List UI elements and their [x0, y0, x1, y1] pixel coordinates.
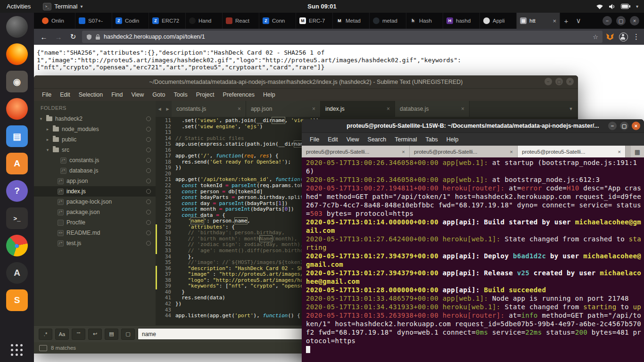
sublime-title-bar[interactable]: ~/Documents/metadata/metadata-api-nodejs…: [34, 75, 578, 89]
dock-icon-sublime-text[interactable]: S: [6, 289, 28, 311]
back-button[interactable]: ←: [38, 33, 50, 41]
wrap-toggle[interactable]: ↩: [88, 329, 102, 340]
terminal-tab[interactable]: proteu5@proteu5-Satelli...×: [410, 146, 518, 158]
browser-tab[interactable]: Appli: [480, 13, 517, 29]
regex-toggle[interactable]: .*: [39, 329, 52, 340]
system-status-area[interactable]: ▾: [596, 4, 638, 9]
tab-close-icon[interactable]: ×: [461, 106, 464, 112]
sidebar-item-procfile[interactable]: Procfile: [34, 217, 156, 228]
browser-tab[interactable]: Hhashd: [443, 13, 480, 29]
dock-icon-chrome[interactable]: ●: [6, 235, 28, 256]
menu-preferences[interactable]: Preferences: [219, 91, 259, 98]
dock-icon-help[interactable]: ?: [6, 180, 28, 202]
sidebar-item-public[interactable]: ▸public: [34, 134, 156, 145]
menu-selection[interactable]: Selection: [74, 91, 107, 98]
browser-tab[interactable]: React: [223, 13, 259, 29]
account-avatar-icon[interactable]: [619, 33, 628, 41]
whole-word-toggle[interactable]: “”: [72, 329, 85, 340]
dock-icon-app-a[interactable]: A: [6, 262, 28, 284]
sidebar-item-readme-md[interactable]: <>README.md: [34, 228, 156, 238]
tab-close-icon[interactable]: ×: [238, 106, 241, 112]
menu-kebab-icon[interactable]: ⋮: [633, 33, 640, 41]
tab-close-icon[interactable]: ×: [387, 106, 390, 112]
menu-find[interactable]: Find: [107, 91, 127, 98]
browser-tab[interactable]: hHash: [406, 13, 443, 29]
browser-tab[interactable]: MMetad: [333, 13, 370, 29]
sidebar-item-database-js[interactable]: /*database.js: [34, 165, 156, 176]
app-menu[interactable]: >_ Terminal ▾: [43, 3, 83, 10]
browser-tab[interactable]: ▤htt×: [517, 13, 560, 29]
sidebar-item-package-json[interactable]: /*package.json: [34, 207, 156, 217]
sidebar-item-package-lock-json[interactable]: /*package-lock.json: [34, 197, 156, 207]
browser-tab[interactable]: Hand: [186, 13, 223, 29]
browser-tab[interactable]: Onlin: [39, 13, 75, 29]
dock-icon-ubuntu-software[interactable]: A: [6, 153, 28, 174]
menu-edit[interactable]: Edit: [56, 91, 74, 98]
browser-tab[interactable]: MERC-7: [296, 13, 333, 29]
dock-icon-notes[interactable]: ▤: [6, 125, 28, 147]
menu-help[interactable]: Help: [442, 136, 463, 143]
tab-scroll-right-icon[interactable]: ▶: [164, 101, 172, 117]
terminal-output[interactable]: 2020-05-17T13:00:26.346058+00:00 app[web…: [302, 157, 644, 362]
in-selection-toggle[interactable]: ▤: [105, 329, 118, 340]
dock-icon-firefox[interactable]: [6, 43, 28, 65]
url-text[interactable]: hashdeck2.herokuapp.com/api/token/1: [104, 33, 205, 40]
menu-view[interactable]: View: [127, 91, 148, 98]
tab-close-icon[interactable]: ×: [553, 17, 556, 25]
metamask-icon[interactable]: [606, 33, 614, 41]
tab-close-icon[interactable]: ×: [312, 106, 315, 112]
browser-tab[interactable]: S07+-: [75, 13, 112, 29]
activities-button[interactable]: Activities: [7, 3, 31, 10]
editor-tab-app-json[interactable]: app.json×: [246, 101, 321, 117]
menu-terminal[interactable]: Terminal: [390, 136, 421, 143]
browser-tab[interactable]: ZERC72: [149, 13, 186, 29]
menu-file[interactable]: File: [38, 91, 56, 98]
menu-edit[interactable]: Edit: [323, 136, 342, 143]
tab-overflow-icon[interactable]: ▼: [564, 101, 578, 117]
tab-close-icon[interactable]: ×: [510, 149, 513, 155]
new-tab-button[interactable]: +: [560, 13, 572, 29]
clock[interactable]: Sun 09:01: [307, 3, 336, 10]
show-applications-button[interactable]: [11, 344, 23, 356]
reload-button[interactable]: ↻: [67, 33, 79, 41]
close-button[interactable]: ×: [566, 78, 574, 85]
close-button[interactable]: ×: [632, 122, 640, 130]
terminal-tab[interactable]: proteu5@proteu5-Satelli...×: [302, 146, 410, 158]
sidebar-item-hashdeck2[interactable]: ▾hashdeck2: [34, 114, 156, 124]
tab-close-icon[interactable]: ×: [618, 149, 621, 155]
sidebar-item-test-js[interactable]: /*test.js: [34, 238, 156, 248]
sidebar-item-constants-js[interactable]: /*constants.js: [34, 155, 156, 165]
editor-tab-constants-js[interactable]: constants.js×: [172, 101, 246, 117]
browser-tab[interactable]: ZCodin: [112, 13, 149, 29]
new-terminal-button[interactable]: ▦: [631, 146, 644, 158]
bookmark-star-icon[interactable]: ☆: [593, 33, 598, 41]
browser-tab[interactable]: metad: [370, 13, 406, 29]
dock-icon-media-player[interactable]: [6, 98, 28, 120]
minimize-button[interactable]: −: [603, 16, 612, 25]
editor-tab-index-js[interactable]: index.js×: [321, 101, 395, 117]
menu-tabs[interactable]: Tabs: [421, 136, 442, 143]
dock-icon-terminal[interactable]: >_: [6, 207, 28, 229]
maximize-button[interactable]: ▢: [620, 122, 628, 130]
terminal-tab[interactable]: proteu5@proteu5-Satelli...×: [518, 146, 626, 158]
list-all-tabs-icon[interactable]: ∨: [572, 13, 585, 29]
close-button[interactable]: ×: [630, 16, 639, 25]
sidebar-item-app-json[interactable]: /*app.json: [34, 176, 156, 186]
menu-tools[interactable]: Tools: [169, 91, 191, 98]
dock-icon-screenshot-tool[interactable]: ◉: [6, 71, 28, 92]
menu-project[interactable]: Project: [192, 91, 219, 98]
minimize-button[interactable]: −: [608, 122, 617, 130]
highlight-matches-toggle[interactable]: ▢: [121, 329, 135, 340]
maximize-button[interactable]: ▢: [616, 16, 626, 25]
menu-help[interactable]: Help: [259, 91, 280, 98]
dock-icon-app-swirl[interactable]: [6, 16, 28, 38]
terminal-title-bar[interactable]: proteu5@proteu5-Satellite-L15W-B: ~/Docu…: [302, 119, 644, 133]
browser-tab[interactable]: ZConn: [259, 13, 296, 29]
tab-scroll-left-icon[interactable]: ◀: [156, 101, 164, 117]
sidebar-item-node-modules[interactable]: ▸node_modules: [34, 124, 156, 134]
menu-search[interactable]: Search: [363, 136, 391, 143]
editor-tab-database-js[interactable]: database.js×: [395, 101, 470, 117]
menu-file[interactable]: File: [305, 136, 323, 143]
case-sensitive-toggle[interactable]: Aa: [55, 329, 69, 340]
sidebar-item-index-js[interactable]: /*index.js: [34, 186, 156, 197]
